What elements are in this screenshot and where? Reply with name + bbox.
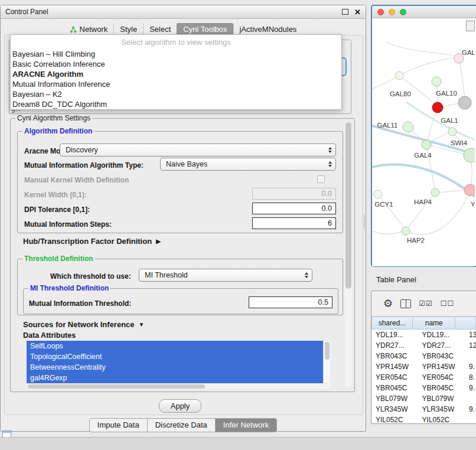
table-row[interactable]: YDL19...YDL19...13 — [371, 330, 476, 340]
table-row[interactable]: YPR145WYPR145W9. — [371, 361, 476, 372]
chevron-right-icon: ▶ — [156, 238, 161, 244]
threshold-definition-title: Threshold Definition — [22, 255, 95, 263]
panel-splitter-handle[interactable] — [364, 214, 367, 229]
node[interactable] — [432, 77, 441, 86]
table-row[interactable]: YIL052CYIL052C — [371, 415, 476, 424]
close-traffic-light-icon[interactable] — [377, 9, 384, 15]
combo-arrows-icon — [328, 147, 332, 153]
node[interactable] — [431, 188, 439, 197]
node[interactable] — [395, 71, 403, 80]
dropdown-option[interactable]: Dream8 DC_TDC Algorithm — [11, 99, 341, 109]
network-highlighted-edges[interactable] — [372, 102, 475, 197]
table-row[interactable]: YBR045CYBR045C9. — [371, 383, 476, 393]
network-canvas[interactable]: GAL GAL10 GAL80 GAL11 GAL1 SWI4 GAL4 GCY… — [372, 18, 475, 266]
dropdown-option[interactable]: Basic Correlation Inference — [11, 59, 341, 69]
settings-scrollbar[interactable] — [345, 122, 352, 387]
mi-threshold-field[interactable]: 0.5 — [249, 296, 332, 308]
node[interactable] — [464, 148, 475, 162]
attributes-vertical-scrollbar[interactable] — [323, 341, 330, 383]
mi-threshold-group-title: MI Threshold Definition — [28, 284, 110, 292]
table-row[interactable]: YBR043CYBR043C — [371, 351, 476, 361]
show-columns-icon[interactable] — [400, 299, 411, 308]
node-label[interactable]: GAL — [462, 49, 475, 56]
node-highlighted[interactable] — [432, 102, 443, 113]
tab-network[interactable]: Network — [64, 23, 114, 35]
status-bar — [0, 437, 476, 450]
dropdown-option[interactable]: Bayesian – Hill Climbing — [11, 49, 341, 59]
tab-style[interactable]: Style — [113, 23, 143, 35]
node-label[interactable]: GAL1 — [441, 117, 458, 124]
tab-impute-data[interactable]: Impute Data — [89, 418, 148, 432]
attribute-item-selected[interactable]: gal4RGexp — [27, 373, 323, 383]
manual-kernel-checkbox[interactable] — [317, 175, 325, 183]
attribute-item-selected[interactable]: TopologicalCoefficient — [27, 351, 323, 362]
node-label[interactable]: GAL10 — [436, 90, 457, 97]
kernel-width-field[interactable]: 0.0 — [252, 188, 336, 200]
node-label[interactable]: GCY1 — [374, 201, 393, 208]
node-label[interactable]: SWI4 — [451, 139, 468, 146]
tab-cyni-toolbox[interactable]: Cyni Toolbox — [177, 23, 233, 35]
node-label[interactable]: HAP2 — [407, 237, 425, 244]
node-label[interactable]: GAL80 — [390, 90, 411, 97]
node-label[interactable]: Y — [471, 201, 475, 208]
network-icon — [70, 26, 77, 33]
tab-infer-network[interactable]: Infer Network — [215, 418, 277, 432]
float-window-icon[interactable] — [342, 9, 348, 15]
control-panel-window: Control Panel ✕ Network Style Select Cyn… — [0, 5, 366, 432]
node-label[interactable]: GAL11 — [377, 122, 398, 129]
table-header-row: shared... name — [371, 317, 476, 330]
select-all-columns-icon[interactable]: ☑☑ — [419, 299, 433, 308]
which-threshold-label: Which threshold to use: — [50, 272, 131, 281]
node-label[interactable]: HAP4 — [414, 198, 432, 206]
apply-button[interactable]: Apply — [159, 399, 201, 413]
column-header[interactable]: shared... — [371, 317, 413, 330]
network-window-titlebar — [372, 6, 476, 18]
tab-select[interactable]: Select — [143, 23, 177, 35]
chevron-down-icon: ▼ — [139, 321, 145, 328]
hub-definition-section[interactable]: Hub/Transcription Factor Definition ▶ — [23, 237, 161, 246]
attribute-item-selected[interactable]: SelfLoops — [27, 341, 323, 351]
network-scroll-button[interactable] — [466, 21, 475, 31]
mi-steps-field[interactable]: 6 — [252, 217, 336, 229]
node[interactable] — [403, 122, 413, 132]
deselect-all-columns-icon[interactable]: ☐☐ — [441, 299, 455, 308]
node-label[interactable]: GAL4 — [414, 152, 432, 159]
node[interactable] — [402, 227, 410, 235]
dropdown-option[interactable]: Bayesian – K2 — [11, 89, 341, 99]
kernel-width-label: Kernel Width (0,1): — [24, 191, 87, 199]
column-header[interactable] — [455, 317, 476, 330]
algorithm-definition-title: Algorithm Definition — [22, 127, 94, 135]
top-tab-bar: Network Style Select Cyni Toolbox jActiv… — [1, 23, 366, 35]
table-panel-title: Table Panel — [376, 275, 416, 284]
combo-arrows-icon — [328, 161, 332, 167]
aracne-mode-select[interactable]: Discovery — [60, 144, 336, 156]
close-icon[interactable]: ✕ — [354, 8, 361, 16]
dropdown-option[interactable]: Mutual Information Inference — [11, 79, 341, 89]
sources-section[interactable]: Sources for Network Inference ▼ — [23, 320, 144, 329]
table-row[interactable]: YLR345WYLR345W9. — [371, 404, 476, 415]
table-row[interactable]: YDR27...YDR27...12 — [371, 340, 476, 351]
node-neutral[interactable] — [458, 96, 471, 109]
column-header[interactable]: name — [412, 317, 456, 330]
minimize-traffic-light-icon[interactable] — [389, 9, 395, 15]
table-row[interactable]: YBL079WYBL079W — [371, 393, 476, 404]
which-threshold-select[interactable]: MI Threshold — [139, 269, 312, 282]
gear-icon[interactable]: ⚙ — [383, 298, 393, 309]
table-row[interactable]: YER054CYER054C8. — [371, 372, 476, 383]
node[interactable] — [374, 190, 382, 198]
attribute-item-selected[interactable]: BetweennessCentrality — [27, 362, 323, 373]
zoom-traffic-light-icon[interactable] — [400, 9, 406, 15]
desktop: Control Panel ✕ Network Style Select Cyn… — [0, 0, 476, 450]
node[interactable] — [448, 128, 457, 136]
tab-discretize-data[interactable]: Discretize Data — [147, 418, 216, 432]
table-panel-window: ⚙ ☑☑ ☐☐ shared... name YDL19...YDL19...1… — [371, 291, 476, 424]
mi-algorithm-type-select[interactable]: Naive Bayes — [160, 158, 336, 171]
dpi-tolerance-field[interactable]: 0.0 — [252, 203, 336, 214]
node-pink[interactable] — [464, 184, 475, 196]
tab-jactivemnodules[interactable]: jActiveMNodules — [233, 23, 303, 35]
network-graph: GAL GAL10 GAL80 GAL11 GAL1 SWI4 GAL4 GCY… — [372, 18, 475, 266]
node[interactable] — [422, 140, 431, 149]
network-view-window: GAL GAL10 GAL80 GAL11 GAL1 SWI4 GAL4 GCY… — [371, 5, 476, 267]
attributes-horizontal-scrollbar[interactable] — [27, 384, 330, 389]
dropdown-option-selected[interactable]: ARACNE Algorithm — [11, 69, 341, 79]
